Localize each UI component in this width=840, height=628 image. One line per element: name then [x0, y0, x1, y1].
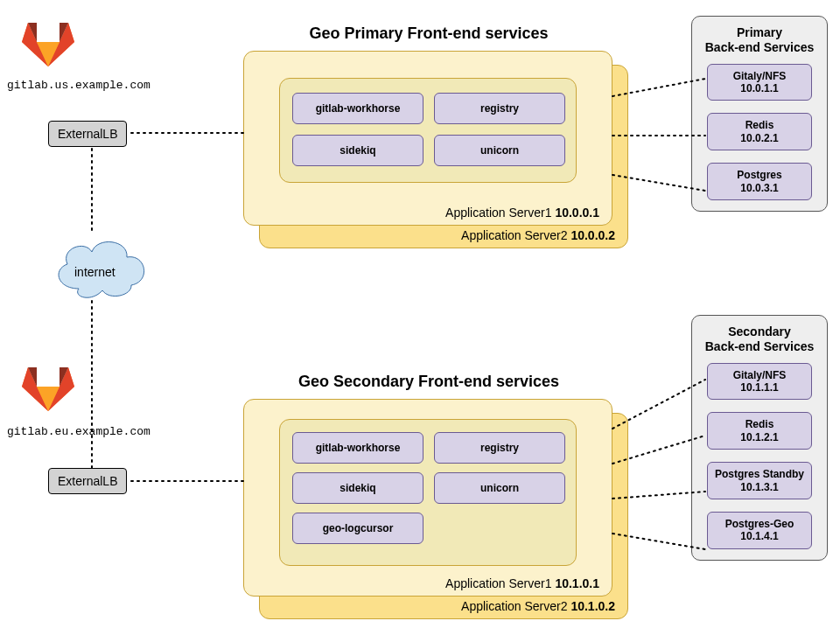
backend-redis: Redis10.1.2.1: [707, 412, 812, 450]
secondary-app2-label: Application Server2 10.1.0.2: [461, 599, 615, 613]
service-unicorn: unicorn: [434, 135, 565, 166]
primary-app-server1: gitlab-workhorse registry sidekiq unicor…: [243, 51, 612, 226]
primary-app2-label: Application Server2 10.0.0.2: [461, 228, 615, 242]
primary-app1-label: Application Server1 10.0.0.1: [445, 206, 599, 220]
gitlab-logo-icon: [18, 360, 79, 413]
primary-backend-panel: PrimaryBack-end Services Gitaly/NFS10.0.…: [691, 16, 828, 212]
secondary-backend-title: SecondaryBack-end Services: [703, 324, 816, 354]
secondary-external-lb: ExternalLB: [48, 468, 127, 494]
backend-gitaly: Gitaly/NFS10.0.1.1: [707, 64, 812, 101]
backend-gitaly: Gitaly/NFS10.1.1.1: [707, 363, 812, 401]
secondary-app1-label: Application Server1 10.1.0.1: [445, 576, 599, 590]
primary-domain: gitlab.us.example.com: [7, 79, 150, 92]
backend-postgres: Postgres10.0.3.1: [707, 163, 812, 200]
primary-backend-title: PrimaryBack-end Services: [703, 25, 816, 55]
service-sidekiq: sidekiq: [292, 472, 424, 504]
backend-redis: Redis10.0.2.1: [707, 113, 812, 150]
service-gitlab-workhorse: gitlab-workhorse: [292, 432, 424, 464]
secondary-domain: gitlab.eu.example.com: [7, 425, 150, 438]
service-unicorn: unicorn: [434, 472, 565, 504]
service-registry: registry: [434, 93, 565, 124]
primary-external-lb: ExternalLB: [48, 121, 127, 147]
gitlab-logo-icon: [18, 16, 79, 68]
service-sidekiq: sidekiq: [292, 135, 424, 166]
service-gitlab-workhorse: gitlab-workhorse: [292, 93, 424, 124]
internet-label: internet: [74, 265, 116, 279]
primary-title: Geo Primary Front-end services: [245, 24, 612, 43]
secondary-app-server1: gitlab-workhorse registry sidekiq unicor…: [243, 399, 612, 597]
secondary-backend-panel: SecondaryBack-end Services Gitaly/NFS10.…: [691, 315, 828, 561]
backend-postgres-geo: Postgres-Geo10.1.4.1: [707, 512, 812, 549]
service-geo-logcursor: geo-logcursor: [292, 513, 424, 544]
secondary-title: Geo Secondary Front-end services: [232, 373, 626, 391]
service-registry: registry: [434, 432, 565, 464]
backend-postgres-standby: Postgres Standby10.1.3.1: [707, 462, 812, 499]
